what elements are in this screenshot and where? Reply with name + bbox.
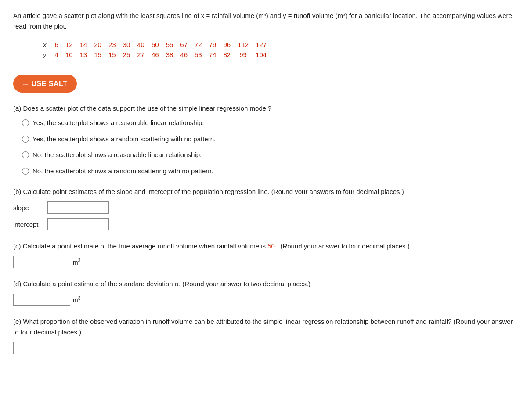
y-label: y — [40, 50, 51, 60]
data-table: x 6 12 14 20 23 30 40 50 55 67 72 79 96 … — [40, 39, 270, 60]
part-d-input-row: m3 — [13, 294, 514, 306]
part-a-section: (a) Does a scatter plot of the data supp… — [13, 103, 514, 176]
x-val-8: 50 — [148, 39, 162, 50]
part-e-input-row — [13, 342, 514, 354]
radio-label-4: No, the scatterplot shows a random scatt… — [32, 166, 213, 176]
x-val-4: 20 — [90, 39, 105, 50]
part-c-section: (c) Calculate a point estimate of the tr… — [13, 241, 514, 268]
part-b-label: (b) Calculate point estimates of the slo… — [13, 187, 514, 197]
part-c-input-row: m3 — [13, 256, 514, 268]
x-val-5: 23 — [105, 39, 119, 50]
radio-option-1[interactable]: Yes, the scatterplot shows a reasonable … — [22, 118, 514, 128]
radio-option-4[interactable]: No, the scatterplot shows a random scatt… — [22, 166, 514, 176]
radio-input-3[interactable] — [22, 151, 29, 158]
y-val-9: 38 — [162, 50, 177, 60]
y-val-6: 25 — [119, 50, 134, 60]
y-val-15: 104 — [252, 50, 270, 60]
part-e-section: (e) What proportion of the observed vari… — [13, 316, 514, 354]
y-val-1: 4 — [51, 50, 62, 60]
part-d-unit: m3 — [73, 296, 80, 304]
x-val-7: 40 — [134, 39, 148, 50]
slope-input[interactable] — [47, 201, 109, 214]
part-c-unit: m3 — [73, 258, 80, 266]
y-val-2: 10 — [62, 50, 76, 60]
x-val-14: 112 — [234, 39, 252, 50]
radio-option-2[interactable]: Yes, the scatterplot shows a random scat… — [22, 134, 514, 144]
x-val-3: 14 — [76, 39, 91, 50]
y-val-11: 53 — [191, 50, 206, 60]
intro-text: An article gave a scatter plot along wit… — [13, 11, 514, 32]
part-d-label: (d) Calculate a point estimate of the st… — [13, 279, 514, 289]
x-val-13: 96 — [220, 39, 234, 50]
intercept-input[interactable] — [47, 218, 109, 230]
y-val-10: 46 — [177, 50, 191, 60]
part-d-section: (d) Calculate a point estimate of the st… — [13, 279, 514, 306]
part-c-input[interactable] — [13, 256, 70, 268]
radio-label-3: No, the scatterplot shows a reasonable l… — [32, 150, 202, 160]
part-c-label: (c) Calculate a point estimate of the tr… — [13, 241, 514, 251]
radio-label-1: Yes, the scatterplot shows a reasonable … — [32, 118, 204, 128]
x-val-9: 55 — [162, 39, 177, 50]
y-val-14: 99 — [234, 50, 252, 60]
x-val-12: 79 — [206, 39, 220, 50]
x-val-1: 6 — [51, 39, 62, 50]
y-val-5: 15 — [105, 50, 119, 60]
x-val-15: 127 — [252, 39, 270, 50]
slope-row: slope — [13, 201, 514, 214]
y-val-8: 46 — [148, 50, 162, 60]
part-c-label-before: (c) Calculate a point estimate of the tr… — [13, 242, 266, 250]
y-val-12: 74 — [206, 50, 220, 60]
x-label: x — [40, 39, 51, 50]
y-val-13: 82 — [220, 50, 234, 60]
y-val-7: 27 — [134, 50, 148, 60]
radio-option-3[interactable]: No, the scatterplot shows a reasonable l… — [22, 150, 514, 160]
salt-icon: ⎓ — [23, 79, 28, 88]
y-val-3: 13 — [76, 50, 91, 60]
part-e-input[interactable] — [13, 342, 70, 354]
radio-label-2: Yes, the scatterplot shows a random scat… — [32, 134, 216, 144]
slope-label: slope — [13, 204, 44, 212]
x-val-6: 30 — [119, 39, 134, 50]
radio-input-1[interactable] — [22, 119, 29, 126]
part-b-section: (b) Calculate point estimates of the slo… — [13, 187, 514, 230]
intercept-label: intercept — [13, 221, 44, 228]
radio-input-4[interactable] — [22, 168, 29, 175]
part-d-input[interactable] — [13, 294, 70, 306]
x-val-11: 72 — [191, 39, 206, 50]
part-c-highlight: 50 — [267, 242, 275, 250]
part-a-radio-group: Yes, the scatterplot shows a reasonable … — [22, 118, 514, 176]
use-salt-label: USE SALT — [32, 80, 68, 88]
use-salt-button[interactable]: ⎓ USE SALT — [13, 75, 77, 93]
y-val-4: 15 — [90, 50, 105, 60]
intercept-row: intercept — [13, 218, 514, 230]
part-e-label: (e) What proportion of the observed vari… — [13, 316, 514, 337]
x-val-10: 67 — [177, 39, 191, 50]
part-c-label-after: . (Round your answer to four decimal pla… — [277, 242, 410, 250]
radio-input-2[interactable] — [22, 136, 29, 143]
part-a-label: (a) Does a scatter plot of the data supp… — [13, 103, 514, 114]
x-val-2: 12 — [62, 39, 76, 50]
